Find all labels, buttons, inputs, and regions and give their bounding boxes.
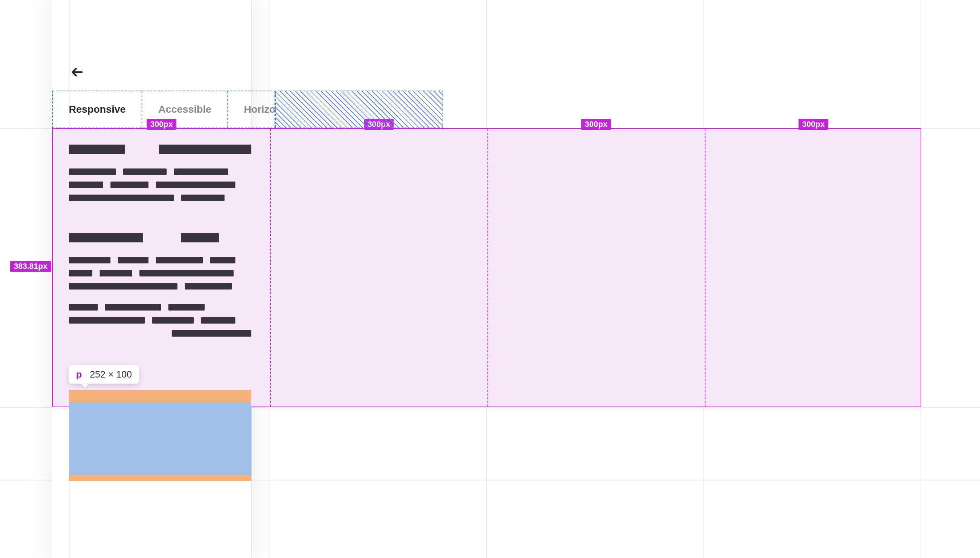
tab-horizontal[interactable]: Horizontal bbox=[228, 91, 275, 128]
redacted-text bbox=[69, 182, 251, 188]
redacted-text bbox=[69, 257, 251, 263]
selection-height-badge: 383.81px bbox=[10, 261, 51, 272]
tab-responsive[interactable]: Responsive bbox=[53, 91, 142, 128]
redacted-text bbox=[69, 317, 251, 323]
content-block bbox=[69, 144, 251, 218]
box-model-margin bbox=[69, 475, 251, 481]
column-width-badge: 300px bbox=[581, 119, 611, 130]
tab-panel-content bbox=[69, 144, 251, 341]
redacted-text bbox=[69, 169, 251, 175]
inspector-tooltip: p 252 × 100 bbox=[69, 365, 139, 384]
tooltip-tag-name: p bbox=[76, 369, 82, 380]
grid-column-divider bbox=[488, 129, 488, 407]
redacted-text bbox=[69, 270, 251, 276]
redacted-heading bbox=[69, 144, 251, 154]
back-button[interactable] bbox=[69, 64, 85, 80]
box-model-content bbox=[69, 402, 251, 475]
box-model-margin bbox=[69, 390, 251, 402]
tab-accessible[interactable]: Accessible bbox=[142, 91, 228, 128]
box-model-overlay bbox=[69, 390, 251, 481]
tooltip-dimensions: 252 × 100 bbox=[90, 369, 132, 380]
arrow-left-icon bbox=[70, 65, 84, 79]
redacted-heading bbox=[69, 233, 251, 243]
redacted-text bbox=[69, 195, 251, 201]
tabs-scroller[interactable]: Responsive Accessible Horizontal bbox=[52, 90, 443, 128]
redacted-text bbox=[69, 283, 251, 289]
column-width-badge: 300px bbox=[798, 119, 828, 130]
grid-column-divider bbox=[705, 129, 705, 407]
tooltip-caret bbox=[82, 384, 89, 389]
tab-label: Accessible bbox=[158, 103, 211, 115]
redacted-text bbox=[69, 304, 251, 310]
content-block bbox=[69, 218, 251, 341]
grid-column-divider bbox=[270, 129, 271, 407]
tab-label: Horizontal bbox=[244, 103, 275, 115]
tab-label: Responsive bbox=[69, 103, 126, 115]
tabs-overflow-region bbox=[275, 91, 443, 128]
